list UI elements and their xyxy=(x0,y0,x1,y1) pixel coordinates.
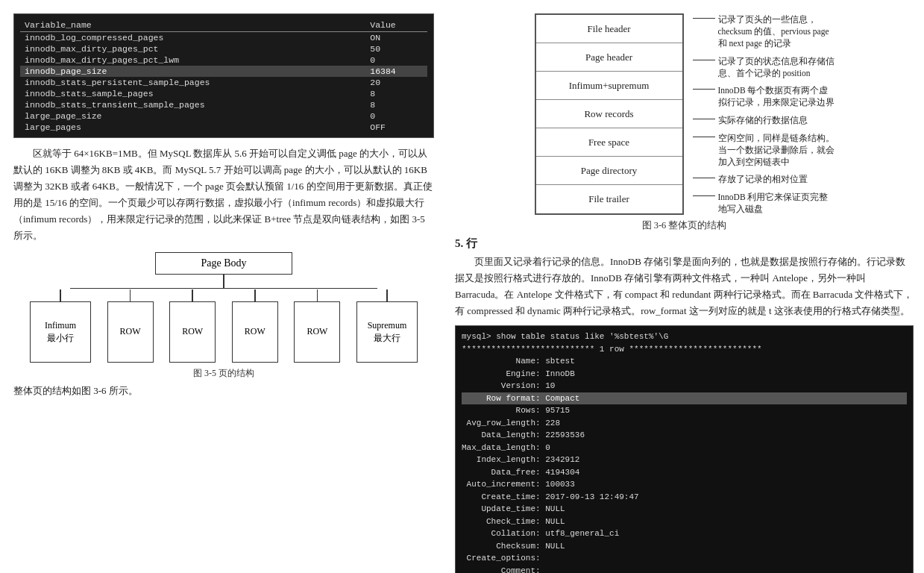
annotation-text: 存放了记录的相对位置 xyxy=(715,173,808,185)
variable-value: 20 xyxy=(365,77,427,88)
col1-header: Variable_name xyxy=(20,19,365,32)
terminal2-row: Collation: utf8_general_ci xyxy=(462,527,907,540)
annotation-text: 记录了页头的一些信息，checksum 的值、pervious page 和 n… xyxy=(715,13,835,49)
page-struct-annotations: 记录了页头的一些信息，checksum 的值、pervious page 和 n… xyxy=(693,13,835,215)
page-struct-row: Infimum+supremum xyxy=(536,72,682,100)
diagram-child-col: ROW xyxy=(294,289,340,363)
diagram-child-label: ROW xyxy=(295,302,339,362)
terminal-row: large_pagesOFF xyxy=(20,122,427,133)
annotation-text: InnoDB 利用它来保证页完整地写入磁盘 xyxy=(715,191,835,215)
diagram-child-label: Infimum 最小行 xyxy=(31,302,90,362)
diagram-child-box: ROW xyxy=(232,301,278,363)
terminal2-row: Version: 10 xyxy=(462,380,907,392)
terminal-row: innodb_log_compressed_pagesON xyxy=(20,32,427,44)
terminal2-row: Row format: Compact xyxy=(462,392,907,405)
page-struct-box: File headerPage headerInfimum+supremumRo… xyxy=(535,13,684,215)
terminal-row: innodb_stats_sample_pages8 xyxy=(20,88,427,99)
variable-value: OFF xyxy=(365,122,427,133)
page-struct-row: Page directory xyxy=(536,157,682,185)
annotation-item: InnoDB 利用它来保证页完整地写入磁盘 xyxy=(693,191,835,215)
diagram-child-box: Infimum 最小行 xyxy=(30,301,91,363)
terminal2-row: Create_options: xyxy=(462,552,907,565)
diagram-child-label: ROW xyxy=(108,302,153,362)
annotation-line xyxy=(693,18,715,19)
diagram-child-box: ROW xyxy=(294,301,340,363)
annotation-item: 空闲空间，同样是链条结构。当一个数据记录删除后，就会加入到空闲链表中 xyxy=(693,132,835,168)
annotation-line xyxy=(693,60,715,60)
terminal2-row: Auto_increment: 100033 xyxy=(462,478,907,491)
terminal2-row: Max_data_length: 0 xyxy=(462,442,907,454)
diagram-child-vline xyxy=(254,289,256,301)
diagram-hbar xyxy=(37,288,410,289)
terminal2-row: Data_free: 4194304 xyxy=(462,466,907,479)
terminal2-row: Update_time: NULL xyxy=(462,503,907,516)
variable-name: innodb_max_dirty_pages_pct_lwm xyxy=(20,54,365,66)
diagram-note: 整体页的结构如图 3-6 所示。 xyxy=(13,384,434,398)
diagram-child-vline xyxy=(317,289,318,301)
terminal2-row: Rows: 95715 xyxy=(462,404,907,417)
annotation-item: 存放了记录的相对位置 xyxy=(693,173,835,185)
terminal-table: Variable_name Value innodb_log_compresse… xyxy=(13,13,434,138)
diagram-child-col: Supremum 最大行 xyxy=(356,289,418,363)
variable-name: innodb_max_dirty_pages_pct xyxy=(20,43,365,54)
diagram-caption: 图 3-5 页的结构 xyxy=(13,367,434,380)
page-struct-row: Free space xyxy=(536,128,682,157)
annotation-line xyxy=(693,89,715,90)
terminal2-row: mysql> show table status like '%sbtest%'… xyxy=(462,331,907,343)
diagram-child-col: ROW xyxy=(107,289,154,363)
page-struct-diagram: File headerPage headerInfimum+supremumRo… xyxy=(455,13,914,232)
variable-name: innodb_stats_transient_sample_pages xyxy=(20,99,365,110)
variable-value: 16384 xyxy=(365,66,427,77)
terminal2-row: Engine: InnoDB xyxy=(462,368,907,381)
terminal-row: innodb_max_dirty_pages_pct50 xyxy=(20,43,427,54)
diagram-child-vline xyxy=(60,289,61,301)
terminal2-row: Checksum: NULL xyxy=(462,540,907,553)
variable-value: 8 xyxy=(365,88,427,99)
diagram-child-box: ROW xyxy=(169,301,216,363)
terminal-row: innodb_stats_transient_sample_pages8 xyxy=(20,99,427,110)
diagram-child-vline xyxy=(130,289,131,301)
section5-paragraph: 页里面又记录着行记录的信息。InnoDB 存储引擎是面向列的，也就是数据是按照行… xyxy=(455,254,914,319)
variable-name: innodb_stats_persistent_sample_pages xyxy=(20,77,365,88)
annotation-item: 实际存储的行数据信息 xyxy=(693,114,835,126)
diagram-child-label: ROW xyxy=(170,302,215,362)
diagram-child-vline xyxy=(192,289,193,301)
variable-value: ON xyxy=(365,32,427,44)
annotation-text: InnoDB 每个数据页有两个虚拟行记录，用来限定记录边界 xyxy=(715,84,835,108)
page-struct-row: Page header xyxy=(536,43,682,72)
terminal2-row: Create_time: 2017-09-13 12:49:47 xyxy=(462,491,907,504)
annotation-line xyxy=(693,195,715,196)
annotation-text: 空闲空间，同样是链条结构。当一个数据记录删除后，就会加入到空闲链表中 xyxy=(715,132,835,168)
diagram-child-label: ROW xyxy=(233,302,277,362)
variable-name: innodb_stats_sample_pages xyxy=(20,88,365,99)
variable-name: large_pages xyxy=(20,122,365,133)
terminal2-row: Avg_row_length: 228 xyxy=(462,417,907,430)
page-struct-row: Row records xyxy=(536,100,682,128)
terminal-block2: mysql> show table status like '%sbtest%'… xyxy=(455,325,914,573)
diagram-child-col: ROW xyxy=(232,289,278,363)
page-struct-row: File header xyxy=(536,15,682,43)
left-column: Variable_name Value innodb_log_compresse… xyxy=(0,7,447,573)
page-container: Variable_name Value innodb_log_compresse… xyxy=(0,0,924,573)
diagram-root-vline xyxy=(223,275,224,288)
variable-value: 50 xyxy=(365,43,427,54)
terminal-row: innodb_page_size16384 xyxy=(20,66,427,77)
annotation-line xyxy=(693,119,715,119)
diagram-children-row: Infimum 最小行ROWROWROWROWSupremum 最大行 xyxy=(30,289,418,363)
terminal2-row: Index_length: 2342912 xyxy=(462,454,907,466)
terminal-row: innodb_stats_persistent_sample_pages20 xyxy=(20,77,427,88)
variable-name: innodb_page_size xyxy=(20,66,365,77)
annotation-line xyxy=(693,137,715,137)
terminal-row: large_page_size0 xyxy=(20,110,427,122)
annotation-text: 记录了页的状态信息和存储信息、首个记录的 position xyxy=(715,55,835,79)
diagram-child-vline xyxy=(386,289,388,301)
variable-value: 0 xyxy=(365,110,427,122)
diagram-child-label: Supremum 最大行 xyxy=(357,302,417,362)
diagram-child-box: ROW xyxy=(107,301,154,363)
diagram-child-box: Supremum 最大行 xyxy=(356,301,418,363)
section5-title: 5. 行 xyxy=(455,237,914,251)
diagram-child-col: Infimum 最小行 xyxy=(30,289,91,363)
annotation-line xyxy=(693,178,715,178)
paragraph1: 区就等于 64×16KB=1MB。但 MySQL 数据库从 5.6 开始可以自定… xyxy=(13,145,434,245)
variable-name: large_page_size xyxy=(20,110,365,122)
